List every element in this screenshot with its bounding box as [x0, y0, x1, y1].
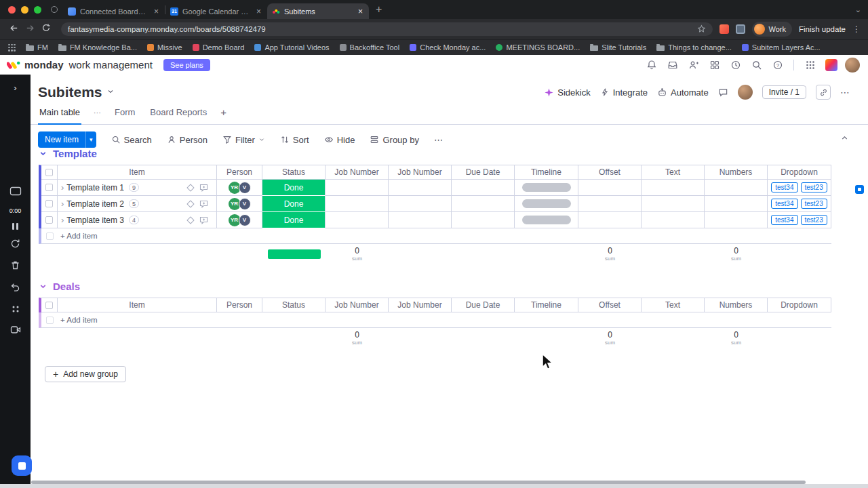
bookmark-demo-board[interactable]: Demo Board [193, 43, 245, 52]
column-header-timeline[interactable]: Timeline [515, 298, 578, 312]
close-window-button[interactable] [8, 6, 16, 14]
recorder-widget-button[interactable] [12, 455, 32, 476]
expand-subitems-chevron-icon[interactable]: › [61, 182, 64, 192]
automate-button[interactable]: Automate [657, 87, 709, 98]
column-header-job-number[interactable]: Job Number [326, 165, 389, 180]
job-number-cell[interactable] [326, 212, 389, 228]
expand-panel-chevron-icon[interactable]: › [14, 83, 16, 93]
add-item-row[interactable]: + Add item [39, 228, 831, 244]
text-cell[interactable] [642, 212, 705, 228]
status-cell[interactable]: Done [262, 212, 326, 228]
column-header-item[interactable]: Item [58, 165, 217, 180]
timeline-cell[interactable] [515, 180, 578, 196]
column-header-text[interactable]: Text [642, 298, 705, 312]
fullscreen-window-button[interactable] [34, 6, 41, 14]
sort-button[interactable]: Sort [280, 135, 309, 145]
bookmark-app-tutorials[interactable]: App Tutorial Videos [254, 43, 329, 52]
search-icon[interactable] [747, 57, 766, 73]
rewind-icon[interactable] [10, 282, 20, 295]
person-filter-button[interactable]: Person [167, 135, 208, 145]
status-cell[interactable]: Done [262, 180, 326, 196]
board-title[interactable]: Subitems [38, 84, 102, 100]
column-header-due-date[interactable]: Due Date [452, 298, 515, 312]
search-button[interactable]: Search [111, 135, 152, 145]
add-update-bubble-icon[interactable] [199, 184, 208, 192]
tab-form[interactable]: Form [113, 105, 136, 117]
sidekick-button[interactable]: Sidekick [544, 87, 590, 98]
job-number-2-cell[interactable] [389, 196, 452, 212]
history-clock-icon[interactable] [726, 57, 745, 73]
row-checkbox[interactable] [41, 180, 58, 196]
offset-sum[interactable]: 0sum [578, 244, 642, 264]
close-tab-icon[interactable]: × [357, 7, 364, 16]
user-avatar[interactable] [843, 57, 861, 73]
row-update-badge[interactable] [855, 185, 864, 194]
close-tab-icon[interactable]: × [255, 7, 262, 16]
help-icon[interactable]: ? [768, 57, 787, 73]
notifications-bell-icon[interactable] [642, 57, 660, 73]
collapse-header-chevron-icon[interactable] [840, 133, 849, 145]
due-date-cell[interactable] [452, 212, 515, 228]
column-header-due-date[interactable]: Due Date [452, 165, 515, 180]
status-cell[interactable]: Done [262, 196, 326, 212]
bookmark-meetings-board[interactable]: MEETINGS BOARD... [496, 43, 580, 52]
job-number-cell[interactable] [326, 180, 389, 196]
column-header-person[interactable]: Person [217, 298, 262, 312]
due-date-cell[interactable] [452, 180, 515, 196]
pause-icon[interactable] [12, 223, 18, 230]
column-header-numbers[interactable]: Numbers [705, 298, 768, 312]
job-number-2-cell[interactable] [389, 212, 452, 228]
view-options-icon[interactable]: ⋯ [94, 105, 101, 117]
bookmark-things-to-change[interactable]: Things to change... [656, 43, 732, 52]
reload-button[interactable] [38, 23, 54, 35]
job-number-cell[interactable] [326, 196, 389, 212]
tab-main-table[interactable]: Main table [38, 105, 81, 125]
job-number-2-cell[interactable] [389, 180, 452, 196]
board-member-avatar[interactable] [738, 85, 753, 100]
browser-tab-connected-boards[interactable]: Connected Boards Automatic... × [63, 3, 165, 19]
add-item-row[interactable]: + Add item [39, 312, 831, 328]
trash-icon[interactable] [10, 260, 20, 273]
finish-update-button[interactable]: Finish update [799, 25, 846, 33]
invite-members-icon[interactable] [684, 57, 703, 73]
numbers-sum[interactable]: 0sum [705, 244, 768, 264]
integrate-button[interactable]: Integrate [600, 87, 648, 98]
column-header-item[interactable]: Item [58, 298, 217, 312]
board-chat-button[interactable] [718, 87, 728, 98]
bookmark-missive[interactable]: Missive [147, 43, 182, 52]
product-switcher-icon[interactable] [801, 57, 819, 73]
job-number-sum[interactable]: 0sum [326, 328, 389, 348]
see-plans-button[interactable]: See plans [163, 59, 210, 71]
person-cell[interactable]: YR V [217, 196, 262, 212]
add-view-button[interactable]: + [220, 105, 226, 118]
add-update-bubble-icon[interactable] [199, 200, 208, 208]
bookmark-star-icon[interactable] [697, 24, 706, 35]
person-cell[interactable]: YR V [217, 180, 262, 196]
camera-icon[interactable] [10, 325, 21, 337]
diamond-icon[interactable] [186, 200, 194, 207]
work-management-product-icon[interactable] [822, 57, 840, 73]
board-options-icon[interactable]: ⋯ [840, 87, 850, 98]
text-cell[interactable] [642, 180, 705, 196]
text-cell[interactable] [642, 196, 705, 212]
group-title-row[interactable]: Template [39, 145, 831, 161]
numbers-cell[interactable] [705, 212, 768, 228]
bookmark-subitem-layers[interactable]: Subitem Layers Ac... [742, 43, 821, 52]
tab-board-reports[interactable]: Board Reports [149, 105, 208, 117]
new-tab-button[interactable]: + [376, 4, 382, 15]
column-header-numbers[interactable]: Numbers [705, 165, 768, 180]
column-header-status[interactable]: Status [262, 165, 326, 180]
column-header-job-number[interactable]: Job Number [326, 298, 389, 312]
due-date-cell[interactable] [452, 196, 515, 212]
row-checkbox[interactable] [41, 196, 58, 212]
forward-button[interactable] [22, 23, 38, 36]
select-all-checkbox[interactable] [41, 298, 58, 312]
item-cell[interactable]: › Template item 3 4 [58, 212, 217, 228]
marketplace-apps-icon[interactable] [705, 57, 724, 73]
table-row[interactable]: › Template item 1 9 YR V Done [39, 180, 831, 196]
table-row[interactable]: › Template item 3 4 YR V Done [39, 212, 831, 228]
person-cell[interactable]: YR V [217, 212, 262, 228]
diamond-icon[interactable] [186, 216, 194, 224]
column-header-timeline[interactable]: Timeline [515, 165, 578, 180]
expand-subitems-chevron-icon[interactable]: › [61, 199, 64, 209]
